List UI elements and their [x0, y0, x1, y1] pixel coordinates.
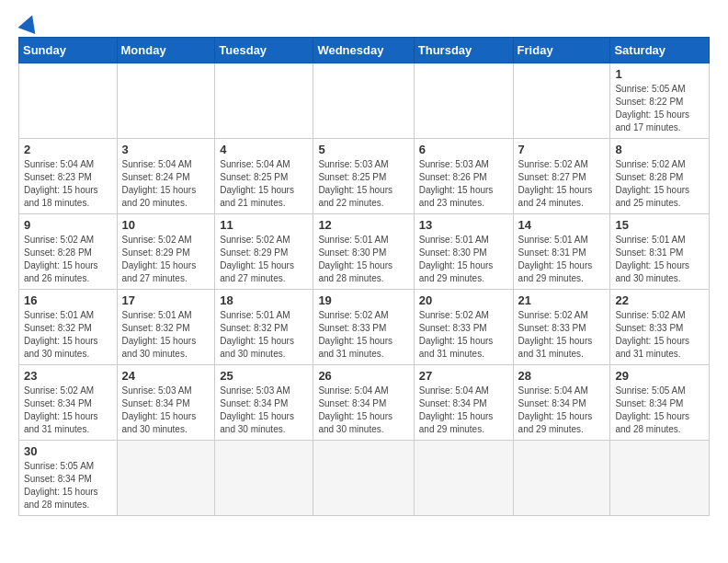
day-info: Sunrise: 5:04 AM Sunset: 8:34 PM Dayligh…	[518, 385, 606, 436]
day-cell: 23Sunrise: 5:02 AM Sunset: 8:34 PM Dayli…	[19, 365, 118, 441]
day-cell: 20Sunrise: 5:02 AM Sunset: 8:33 PM Dayli…	[414, 290, 513, 365]
day-info: Sunrise: 5:02 AM Sunset: 8:33 PM Dayligh…	[419, 309, 508, 361]
weekday-header-tuesday: Tuesday	[215, 38, 313, 63]
day-cell: 22Sunrise: 5:02 AM Sunset: 8:33 PM Dayli…	[610, 290, 710, 365]
weekday-header-monday: Monday	[117, 38, 215, 63]
day-number: 20	[419, 293, 508, 307]
day-number: 21	[518, 293, 606, 307]
day-number: 16	[24, 293, 112, 307]
day-info: Sunrise: 5:01 AM Sunset: 8:32 PM Dayligh…	[122, 309, 210, 361]
day-cell: 15Sunrise: 5:01 AM Sunset: 8:31 PM Dayli…	[610, 214, 710, 290]
day-cell	[313, 441, 414, 516]
day-info: Sunrise: 5:05 AM Sunset: 8:34 PM Dayligh…	[615, 385, 704, 436]
day-number: 1	[615, 67, 704, 81]
day-cell: 2Sunrise: 5:04 AM Sunset: 8:23 PM Daylig…	[19, 139, 118, 214]
day-number: 19	[318, 293, 408, 307]
week-row-2: 9Sunrise: 5:02 AM Sunset: 8:28 PM Daylig…	[19, 214, 710, 290]
day-cell: 30Sunrise: 5:05 AM Sunset: 8:34 PM Dayli…	[19, 441, 118, 516]
day-info: Sunrise: 5:01 AM Sunset: 8:30 PM Dayligh…	[419, 234, 508, 285]
day-cell: 29Sunrise: 5:05 AM Sunset: 8:34 PM Dayli…	[610, 365, 710, 441]
day-cell	[513, 63, 610, 139]
week-row-4: 23Sunrise: 5:02 AM Sunset: 8:34 PM Dayli…	[19, 365, 710, 441]
day-number: 22	[615, 293, 704, 307]
day-info: Sunrise: 5:02 AM Sunset: 8:33 PM Dayligh…	[518, 309, 606, 361]
day-number: 3	[122, 143, 210, 156]
day-info: Sunrise: 5:04 AM Sunset: 8:24 PM Dayligh…	[122, 158, 210, 210]
page: SundayMondayTuesdayWednesdayThursdayFrid…	[0, 0, 728, 531]
day-number: 4	[220, 143, 308, 156]
day-cell	[215, 63, 313, 139]
day-info: Sunrise: 5:04 AM Sunset: 8:25 PM Dayligh…	[220, 158, 308, 210]
weekday-header-saturday: Saturday	[610, 38, 710, 63]
weekday-header-friday: Friday	[513, 38, 610, 63]
day-cell	[313, 63, 414, 139]
day-cell	[513, 441, 610, 516]
day-cell: 4Sunrise: 5:04 AM Sunset: 8:25 PM Daylig…	[215, 139, 313, 214]
day-info: Sunrise: 5:03 AM Sunset: 8:26 PM Dayligh…	[419, 158, 508, 210]
weekday-header-wednesday: Wednesday	[313, 38, 414, 63]
day-cell: 14Sunrise: 5:01 AM Sunset: 8:31 PM Dayli…	[513, 214, 610, 290]
day-cell: 26Sunrise: 5:04 AM Sunset: 8:34 PM Dayli…	[313, 365, 414, 441]
day-number: 14	[518, 218, 606, 232]
day-cell: 12Sunrise: 5:01 AM Sunset: 8:30 PM Dayli…	[313, 214, 414, 290]
day-info: Sunrise: 5:01 AM Sunset: 8:32 PM Dayligh…	[220, 309, 308, 361]
header	[18, 15, 710, 31]
day-info: Sunrise: 5:02 AM Sunset: 8:33 PM Dayligh…	[318, 309, 408, 361]
day-cell	[19, 63, 118, 139]
calendar: SundayMondayTuesdayWednesdayThursdayFrid…	[18, 37, 710, 516]
week-row-3: 16Sunrise: 5:01 AM Sunset: 8:32 PM Dayli…	[19, 290, 710, 365]
logo-text	[18, 15, 39, 31]
day-cell: 10Sunrise: 5:02 AM Sunset: 8:29 PM Dayli…	[117, 214, 215, 290]
day-info: Sunrise: 5:01 AM Sunset: 8:31 PM Dayligh…	[518, 234, 606, 285]
day-cell: 17Sunrise: 5:01 AM Sunset: 8:32 PM Dayli…	[117, 290, 215, 365]
day-info: Sunrise: 5:03 AM Sunset: 8:34 PM Dayligh…	[220, 385, 308, 436]
day-cell: 27Sunrise: 5:04 AM Sunset: 8:34 PM Dayli…	[414, 365, 513, 441]
day-info: Sunrise: 5:04 AM Sunset: 8:23 PM Dayligh…	[24, 158, 112, 210]
day-number: 12	[318, 218, 408, 232]
day-cell	[117, 63, 215, 139]
day-cell: 9Sunrise: 5:02 AM Sunset: 8:28 PM Daylig…	[19, 214, 118, 290]
day-info: Sunrise: 5:02 AM Sunset: 8:28 PM Dayligh…	[615, 158, 704, 210]
day-cell	[610, 441, 710, 516]
day-info: Sunrise: 5:01 AM Sunset: 8:31 PM Dayligh…	[615, 234, 704, 285]
weekday-header-thursday: Thursday	[414, 38, 513, 63]
day-cell: 13Sunrise: 5:01 AM Sunset: 8:30 PM Dayli…	[414, 214, 513, 290]
day-cell: 8Sunrise: 5:02 AM Sunset: 8:28 PM Daylig…	[610, 139, 710, 214]
day-info: Sunrise: 5:02 AM Sunset: 8:33 PM Dayligh…	[615, 309, 704, 361]
day-cell	[414, 441, 513, 516]
day-number: 15	[615, 218, 704, 232]
day-cell: 11Sunrise: 5:02 AM Sunset: 8:29 PM Dayli…	[215, 214, 313, 290]
day-info: Sunrise: 5:01 AM Sunset: 8:32 PM Dayligh…	[24, 309, 112, 361]
day-number: 8	[615, 143, 704, 156]
day-cell: 3Sunrise: 5:04 AM Sunset: 8:24 PM Daylig…	[117, 139, 215, 214]
week-row-5: 30Sunrise: 5:05 AM Sunset: 8:34 PM Dayli…	[19, 441, 710, 516]
day-info: Sunrise: 5:01 AM Sunset: 8:30 PM Dayligh…	[318, 234, 408, 285]
day-info: Sunrise: 5:04 AM Sunset: 8:34 PM Dayligh…	[419, 385, 508, 436]
day-cell: 28Sunrise: 5:04 AM Sunset: 8:34 PM Dayli…	[513, 365, 610, 441]
day-number: 25	[220, 369, 308, 383]
day-cell	[215, 441, 313, 516]
weekday-header-row: SundayMondayTuesdayWednesdayThursdayFrid…	[19, 38, 710, 63]
day-number: 23	[24, 369, 112, 383]
day-number: 26	[318, 369, 408, 383]
day-number: 11	[220, 218, 308, 232]
day-cell: 19Sunrise: 5:02 AM Sunset: 8:33 PM Dayli…	[313, 290, 414, 365]
day-number: 29	[615, 369, 704, 383]
day-info: Sunrise: 5:02 AM Sunset: 8:29 PM Dayligh…	[122, 234, 210, 285]
day-number: 7	[518, 143, 606, 156]
week-row-1: 2Sunrise: 5:04 AM Sunset: 8:23 PM Daylig…	[19, 139, 710, 214]
day-cell: 16Sunrise: 5:01 AM Sunset: 8:32 PM Dayli…	[19, 290, 118, 365]
weekday-header-sunday: Sunday	[19, 38, 118, 63]
day-cell: 21Sunrise: 5:02 AM Sunset: 8:33 PM Dayli…	[513, 290, 610, 365]
day-cell: 5Sunrise: 5:03 AM Sunset: 8:25 PM Daylig…	[313, 139, 414, 214]
day-cell	[414, 63, 513, 139]
day-info: Sunrise: 5:03 AM Sunset: 8:25 PM Dayligh…	[318, 158, 408, 210]
day-number: 5	[318, 143, 408, 156]
day-cell: 7Sunrise: 5:02 AM Sunset: 8:27 PM Daylig…	[513, 139, 610, 214]
logo-triangle-icon	[18, 12, 41, 34]
week-row-0: 1Sunrise: 5:05 AM Sunset: 8:22 PM Daylig…	[19, 63, 710, 139]
day-info: Sunrise: 5:02 AM Sunset: 8:34 PM Dayligh…	[24, 385, 112, 436]
day-number: 30	[24, 444, 112, 458]
logo	[18, 15, 39, 31]
day-info: Sunrise: 5:05 AM Sunset: 8:34 PM Dayligh…	[24, 460, 112, 511]
